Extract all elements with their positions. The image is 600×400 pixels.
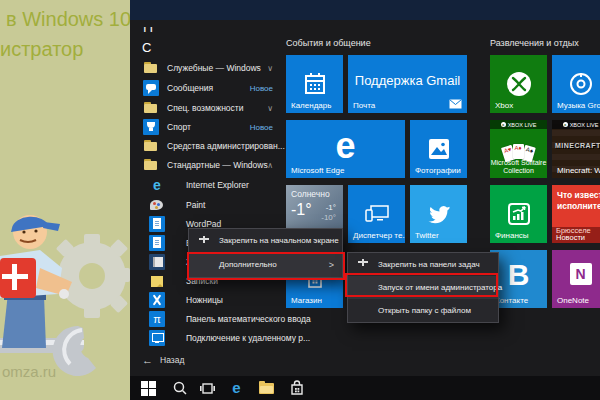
- tile-onenote[interactable]: N OneNote: [552, 250, 600, 308]
- watermark: omza.ru: [2, 363, 56, 380]
- task-view-icon[interactable]: [199, 380, 216, 396]
- back-button[interactable]: ← Назад: [130, 350, 286, 370]
- app-item-accessories[interactable]: Стандартные — Windows ∧: [130, 156, 286, 175]
- mail-icon: [449, 99, 462, 109]
- tutorial-side-image: в Windows 10 · истратор: [0, 0, 130, 400]
- tile-calendar[interactable]: Календарь: [286, 55, 343, 113]
- notepad-icon: [149, 235, 165, 251]
- app-item-remote-desktop[interactable]: Подключение к удаленному р...: [130, 329, 286, 348]
- chevron-down-icon[interactable]: ∨: [267, 99, 273, 118]
- tile-minecraft[interactable]: xXBOX LIVE MINECRAFT Minecraft: W: [552, 120, 600, 178]
- start-button[interactable]: [140, 380, 157, 396]
- app-item-ease-of-access[interactable]: Спец. возможности ∨: [130, 99, 286, 118]
- tile-photos[interactable]: Фотографии: [410, 120, 467, 178]
- palette-icon: [149, 197, 165, 213]
- edge-icon: e: [335, 125, 355, 167]
- tutorial-title-line1: в Windows 10 ·: [6, 8, 130, 31]
- xbox-live-banner: xXBOX LIVE: [552, 120, 600, 129]
- journal-icon: [149, 254, 165, 270]
- new-badge: Новое: [250, 79, 273, 98]
- pin-icon: [198, 236, 209, 247]
- tile-groove-music[interactable]: Музыка Groove: [552, 55, 600, 113]
- message-icon: [143, 80, 159, 96]
- app-item-messaging[interactable]: Сообщения Новое: [130, 79, 286, 98]
- store-taskbar-icon[interactable]: [288, 380, 305, 396]
- vk-letter-icon: B: [508, 258, 530, 292]
- tile-phone-companion[interactable]: Диспетчер те...: [348, 185, 405, 243]
- annotation-box-run-as-admin: [345, 273, 498, 297]
- pin-icon: [357, 259, 368, 270]
- menu-item-pin-to-start[interactable]: Закрепить на начальном экране: [189, 229, 342, 253]
- mascot-illustration: [0, 198, 130, 378]
- back-arrow-icon: ←: [142, 350, 153, 370]
- folder-icon: [143, 60, 159, 76]
- desktop-background: [130, 0, 600, 20]
- tile-xbox[interactable]: Xbox: [490, 55, 547, 113]
- remote-desktop-icon: [149, 330, 165, 346]
- menu-item-open-file-location[interactable]: Открыть папку с файлом: [348, 299, 498, 322]
- minecraft-logo: MINECRAFT: [555, 142, 600, 149]
- xbox-live-banner: xXBOX LIVE: [490, 120, 547, 129]
- section-letter[interactable]: С: [142, 40, 151, 55]
- chevron-down-icon[interactable]: ∨: [267, 59, 273, 78]
- tutorial-title-line2: истратор: [0, 38, 83, 61]
- ie-icon: e: [149, 177, 165, 193]
- scissors-icon: [149, 292, 165, 308]
- screenshot-root: в Windows 10 · истратор: [0, 0, 600, 400]
- onenote-icon: N: [570, 263, 592, 285]
- app-item-internet-explorer[interactable]: e Internet Explorer: [130, 176, 286, 195]
- folder-icon: [143, 157, 159, 173]
- document-icon: [149, 216, 165, 232]
- annotation-box-more: [187, 252, 345, 280]
- app-item-math-input[interactable]: π Панель математического ввода: [130, 310, 286, 329]
- app-item-windows-system[interactable]: Служебные — Windows ∨: [130, 59, 286, 78]
- tile-finance[interactable]: Финансы: [490, 185, 547, 243]
- chevron-down-icon[interactable]: ∨: [267, 137, 273, 156]
- tile-mail[interactable]: Поддержка Gmail Почта: [348, 55, 467, 113]
- mail-headline: Поддержка Gmail: [348, 73, 467, 88]
- trophy-icon: [143, 119, 159, 135]
- math-input-icon: π: [149, 311, 165, 327]
- edge-taskbar-icon[interactable]: e: [228, 380, 245, 396]
- tile-microsoft-edge[interactable]: e Microsoft Edge: [286, 120, 405, 178]
- tile-solitaire[interactable]: xXBOX LIVE A♥ A♠ A♦ Microsoft Solitaire …: [490, 120, 547, 178]
- search-icon[interactable]: [171, 380, 188, 396]
- folder-icon: [143, 138, 159, 154]
- chevron-up-icon[interactable]: ∧: [267, 156, 273, 175]
- partial-section-letter: П: [143, 27, 159, 36]
- app-item-snipping-tool[interactable]: Ножницы: [130, 291, 286, 310]
- news-ticker: Брюсселе Новости: [552, 227, 600, 243]
- tile-twitter[interactable]: Twitter: [410, 185, 467, 243]
- taskbar: e: [130, 376, 600, 400]
- folder-icon: [143, 100, 159, 116]
- file-explorer-icon[interactable]: [258, 380, 275, 396]
- sticky-note-icon: [149, 273, 165, 289]
- tile-group-header-1: События и общение: [286, 38, 371, 48]
- app-item-paint[interactable]: Paint: [130, 196, 286, 215]
- new-badge: Новое: [250, 118, 273, 137]
- tile-group-header-2: Развлечения и отдых: [490, 38, 579, 48]
- app-item-admin-tools[interactable]: Средства администрирован... ∨: [130, 137, 286, 156]
- tile-news[interactable]: Что известн исполнител Брюсселе Новости: [552, 185, 600, 243]
- app-item-sport[interactable]: Спорт Новое: [130, 118, 286, 137]
